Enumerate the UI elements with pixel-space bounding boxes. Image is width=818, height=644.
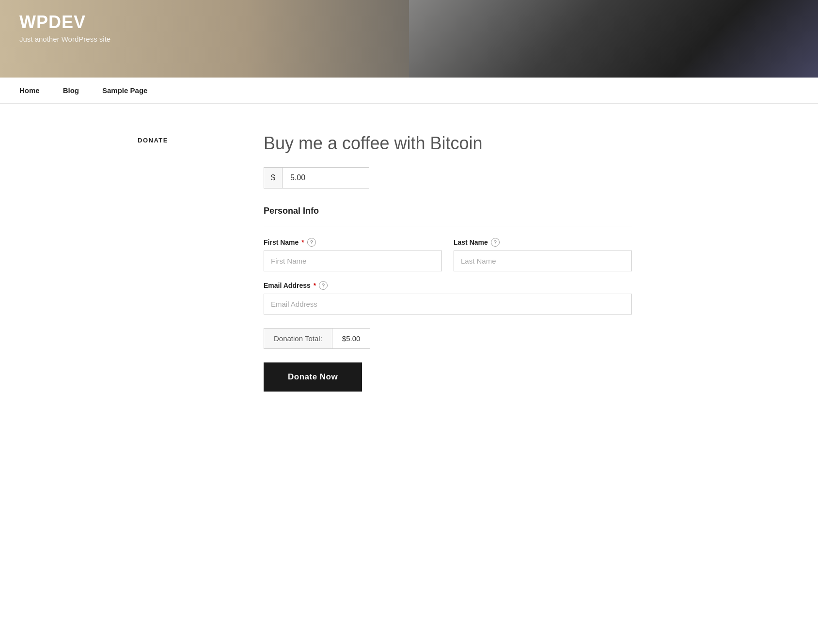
first-name-input[interactable] [264,251,442,271]
total-label: Donation Total: [264,328,332,349]
last-name-input[interactable] [454,251,632,271]
email-input[interactable] [264,294,632,314]
email-required: * [314,282,316,289]
first-name-help-icon[interactable]: ? [307,238,316,247]
donation-total-row: Donation Total: $5.00 [264,328,370,349]
currency-symbol: $ [264,167,282,188]
amount-row: $ [264,167,390,188]
email-help-icon[interactable]: ? [319,281,328,290]
last-name-help-icon[interactable]: ? [491,238,500,247]
first-name-group: First Name * ? [264,238,442,271]
first-name-label: First Name * ? [264,238,442,247]
donation-form: Buy me a coffee with Bitcoin $ Personal … [264,133,632,392]
nav-item-blog[interactable]: Blog [63,78,102,103]
main-content: DONATE Buy me a coffee with Bitcoin $ Pe… [118,104,700,430]
nav-link-sample-page[interactable]: Sample Page [102,78,159,103]
donate-now-button[interactable]: Donate Now [264,362,362,392]
nav-item-sample-page[interactable]: Sample Page [102,78,171,103]
email-label: Email Address * ? [264,281,632,290]
site-title-wrap: WPDEV Just another WordPress site [19,14,110,43]
site-header: WPDEV Just another WordPress site [0,0,818,78]
nav-list: Home Blog Sample Page [19,78,799,103]
first-name-required: * [301,238,304,246]
site-nav: Home Blog Sample Page [0,78,818,104]
email-row: Email Address * ? [264,281,632,314]
site-tagline: Just another WordPress site [19,35,110,43]
sidebar: DONATE [138,133,235,392]
name-row: First Name * ? Last Name ? [264,238,632,271]
last-name-group: Last Name ? [454,238,632,271]
nav-item-home[interactable]: Home [19,78,63,103]
total-amount: $5.00 [332,328,371,349]
nav-link-home[interactable]: Home [19,78,51,103]
donation-title: Buy me a coffee with Bitcoin [264,133,632,154]
amount-input[interactable] [282,167,369,188]
site-title: WPDEV [19,14,110,31]
form-divider [264,226,632,226]
email-group: Email Address * ? [264,281,632,314]
last-name-label: Last Name ? [454,238,632,247]
personal-info-title: Personal Info [264,206,632,216]
nav-link-blog[interactable]: Blog [63,78,91,103]
donate-section-label: DONATE [138,137,235,144]
